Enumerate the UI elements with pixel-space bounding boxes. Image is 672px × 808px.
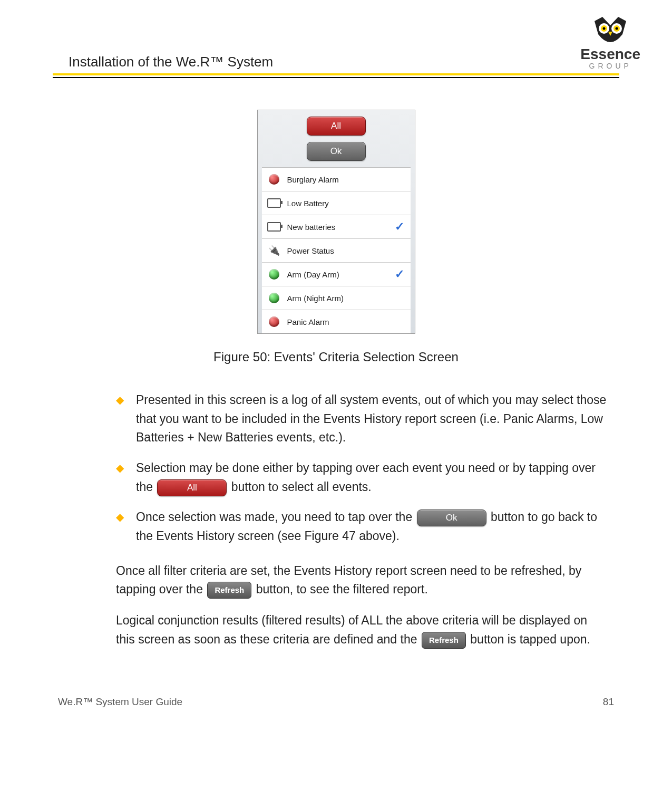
- list-item[interactable]: Burglary Alarm: [262, 168, 411, 191]
- body-text: Presented in this screen is a log of all…: [53, 391, 619, 649]
- alarm-icon: [267, 316, 281, 328]
- row-label: Power Status: [287, 246, 334, 255]
- list-item[interactable]: 🔌 Power Status: [262, 239, 411, 263]
- all-button[interactable]: All: [307, 117, 366, 136]
- svg-point-5: [616, 27, 618, 30]
- footer-left: We.R™ System User Guide: [58, 696, 182, 708]
- row-label: Panic Alarm: [287, 318, 329, 326]
- row-label: Arm (Night Arm): [287, 294, 344, 303]
- footer: We.R™ System User Guide 81: [53, 696, 619, 708]
- bullet-item: Presented in this screen is a log of all…: [116, 391, 609, 447]
- bullet-list: Presented in this screen is a log of all…: [116, 391, 609, 545]
- bullet-item: Once selection was made, you need to tap…: [116, 508, 609, 545]
- section-title: Installation of the We.R™ System: [53, 54, 273, 70]
- list-item[interactable]: Low Battery: [262, 191, 411, 215]
- refresh-button-inline[interactable]: Refresh: [207, 582, 251, 599]
- header: Installation of the We.R™ System Essence…: [53, 16, 619, 70]
- list-item[interactable]: New batteries ✓: [262, 215, 411, 239]
- list-item[interactable]: Panic Alarm: [262, 310, 411, 333]
- arm-icon: [267, 268, 281, 280]
- refresh-button-inline[interactable]: Refresh: [422, 632, 466, 649]
- events-list: Burglary Alarm Low Battery New batteries…: [262, 167, 411, 333]
- check-icon: ✓: [395, 220, 404, 234]
- logo-text: Essence: [580, 47, 640, 61]
- owl-icon: [589, 16, 631, 47]
- figure-caption: Figure 50: Events' Criteria Selection Sc…: [53, 350, 619, 364]
- logo-subtext: GROUP: [589, 62, 632, 70]
- row-label: Arm (Day Arm): [287, 270, 339, 279]
- divider-yellow: [53, 73, 619, 75]
- battery-low-icon: [267, 197, 281, 209]
- ok-button[interactable]: Ok: [307, 142, 366, 161]
- row-label: New batteries: [287, 223, 336, 232]
- check-icon: ✓: [395, 267, 404, 281]
- list-item[interactable]: Arm (Night Arm): [262, 286, 411, 310]
- svg-point-4: [603, 27, 606, 30]
- paragraph: Once all filter criteria are set, the Ev…: [116, 562, 609, 599]
- alarm-icon: [267, 174, 281, 185]
- divider-black: [53, 77, 619, 78]
- brand-logo: Essence GROUP: [580, 16, 640, 70]
- row-label: Low Battery: [287, 199, 329, 208]
- bullet-item: Selection may be done either by tapping …: [116, 459, 609, 496]
- figure-screenshot: All Ok Burglary Alarm Low Battery New ba…: [257, 110, 415, 334]
- page: Installation of the We.R™ System Essence…: [0, 0, 672, 729]
- page-number: 81: [603, 696, 614, 708]
- list-item[interactable]: Arm (Day Arm) ✓: [262, 263, 411, 286]
- paragraph: Logical conjunction results (filtered re…: [116, 611, 609, 649]
- all-button-inline[interactable]: All: [157, 479, 227, 496]
- battery-full-icon: [267, 221, 281, 233]
- ok-button-inline[interactable]: Ok: [417, 509, 486, 526]
- arm-icon: [267, 292, 281, 304]
- row-label: Burglary Alarm: [287, 175, 339, 184]
- plug-icon: 🔌: [267, 245, 281, 256]
